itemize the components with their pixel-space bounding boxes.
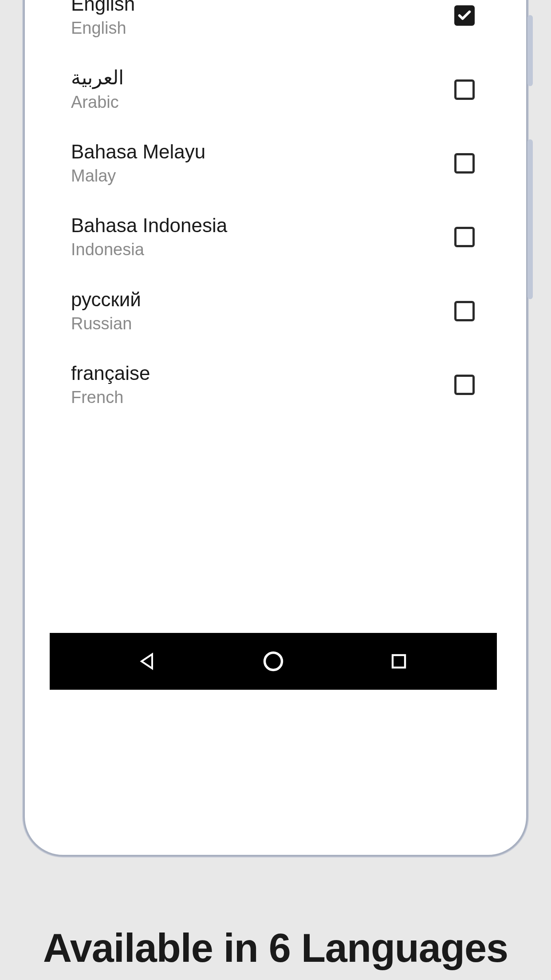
check-icon [457,8,472,23]
language-text: EnglishEnglish [71,0,135,40]
language-checkbox[interactable] [454,375,475,395]
nav-recent-icon [390,652,408,671]
language-native-label: française [71,360,150,386]
language-text: françaiseFrench [71,360,150,409]
svg-point-0 [264,653,282,670]
language-english-label: Indonesia [71,238,227,261]
language-native-label: English [71,0,135,16]
language-english-label: English [71,16,135,40]
nav-back-button[interactable] [135,649,160,674]
language-checkbox[interactable] [454,153,475,174]
svg-rect-1 [393,655,405,668]
language-native-label: Bahasa Melayu [71,139,205,164]
language-checkbox[interactable] [454,5,475,26]
nav-back-icon [137,651,158,672]
nav-home-icon [262,650,285,673]
language-item[interactable]: Bahasa MelayuMalay [54,126,492,200]
language-list: EnglishEnglishالعربيةArabicBahasa Melayu… [50,0,497,431]
language-item[interactable]: Bahasa IndonesiaIndonesia [54,200,492,274]
side-button-bottom [527,139,533,299]
android-nav-bar [50,633,497,690]
nav-recent-button[interactable] [386,649,411,674]
language-text: русскийRussian [71,287,141,336]
language-text: Bahasa IndonesiaIndonesia [71,213,227,261]
language-english-label: French [71,386,150,409]
promo-caption: Available in 6 Languages [0,925,551,971]
language-english-label: Russian [71,312,141,336]
phone-frame: Select Language EnglishEnglishالعربيةAra… [23,0,528,857]
language-text: Bahasa MelayuMalay [71,139,205,188]
language-checkbox[interactable] [454,79,475,100]
language-native-label: русский [71,287,141,312]
language-checkbox[interactable] [454,301,475,321]
language-item[interactable]: EnglishEnglish [54,0,492,52]
screen: Select Language EnglishEnglishالعربيةAra… [50,0,497,690]
language-english-label: Malay [71,164,205,188]
language-checkbox[interactable] [454,227,475,247]
language-item[interactable]: العربيةArabic [54,52,492,126]
side-button-top [527,15,533,86]
language-item[interactable]: русскийRussian [54,274,492,348]
nav-home-button[interactable] [261,649,286,674]
language-text: العربيةArabic [71,65,124,114]
language-native-label: Bahasa Indonesia [71,213,227,238]
language-english-label: Arabic [71,91,124,114]
language-item[interactable]: françaiseFrench [54,348,492,422]
language-native-label: العربية [71,65,124,90]
